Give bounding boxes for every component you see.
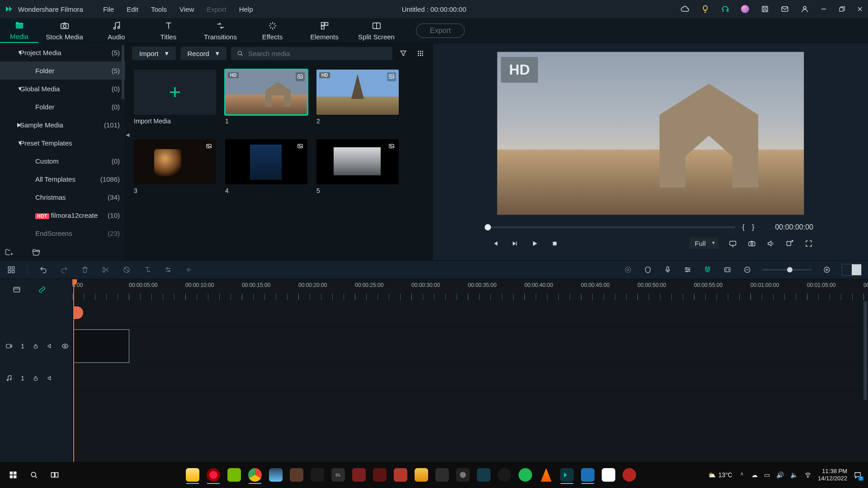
import-dropdown[interactable]: Import ▾ — [132, 47, 176, 60]
taskbar-app-nvidia[interactable] — [224, 465, 244, 485]
taskbar-app[interactable] — [349, 465, 369, 485]
mixer-icon[interactable] — [683, 265, 693, 275]
taskbar-app-steam[interactable] — [266, 465, 286, 485]
voiceover-icon[interactable] — [663, 265, 673, 275]
window-close-icon[interactable] — [856, 5, 863, 13]
audio-tool-icon[interactable] — [184, 265, 194, 275]
media-item-3[interactable]: 3 — [134, 139, 216, 194]
stop-icon[interactable] — [550, 239, 559, 248]
window-restore-icon[interactable] — [838, 5, 845, 13]
export-button[interactable]: Export — [416, 23, 465, 38]
time-ruler[interactable]: 0:0000:00:05:0000:00:10:0000:00:15:0000:… — [72, 279, 868, 300]
fullscreen-icon[interactable] — [804, 239, 813, 248]
network-icon[interactable]: 🔈 — [790, 471, 798, 479]
video-track-header[interactable]: 1 — [0, 327, 72, 365]
media-item-2[interactable]: HD 2 — [316, 70, 399, 125]
timeline-scrollbar[interactable] — [863, 301, 867, 400]
text-tool-icon[interactable] — [142, 265, 152, 275]
tree-filmora12create[interactable]: HOTfilmora12create (10) — [0, 206, 125, 224]
tray-volume-icon[interactable]: 🔊 — [776, 471, 784, 479]
new-folder-icon[interactable] — [5, 248, 14, 257]
zoom-in-icon[interactable] — [822, 265, 832, 275]
battery-icon[interactable]: ▭ — [764, 471, 770, 479]
record-dropdown[interactable]: Record ▾ — [180, 47, 226, 60]
zoom-out-icon[interactable] — [742, 265, 752, 275]
lock-icon[interactable] — [33, 375, 39, 381]
taskbar-app[interactable] — [370, 465, 390, 485]
taskbar-clock[interactable]: 11:38 PM 14/12/2022 — [818, 468, 847, 482]
taskbar-app[interactable]: DL — [328, 465, 348, 485]
preview-canvas[interactable] — [497, 52, 804, 215]
taskbar-app[interactable] — [599, 465, 618, 485]
account-icon[interactable] — [800, 5, 809, 14]
tree-global-media[interactable]: ▼ Global Media (0) — [0, 80, 125, 98]
layout-icon[interactable] — [6, 265, 16, 275]
timeline-body[interactable]: 0:0000:00:05:0000:00:10:0000:00:15:0000:… — [72, 279, 868, 462]
taskbar-app-filmora[interactable] — [557, 465, 577, 485]
fit-icon[interactable] — [722, 265, 732, 275]
menu-file[interactable]: File — [103, 5, 114, 13]
tab-audio[interactable]: Audio — [90, 18, 142, 43]
taskbar-app[interactable] — [495, 465, 514, 485]
taskbar-app-vlc[interactable] — [536, 465, 556, 485]
preview-quality-dropdown[interactable]: Full — [689, 238, 718, 249]
audio-lane[interactable] — [72, 365, 868, 391]
marker-icon[interactable] — [643, 265, 653, 275]
taskbar-app[interactable] — [287, 465, 307, 485]
taskbar-app[interactable] — [578, 465, 598, 485]
wifi-icon[interactable] — [804, 471, 811, 479]
cloud-icon[interactable] — [681, 5, 690, 14]
mark-out-icon[interactable]: } — [752, 223, 754, 231]
link-icon[interactable] — [38, 286, 46, 294]
tab-split-screen[interactable]: Split Screen — [350, 18, 402, 43]
media-item-1[interactable]: HD 1 — [225, 70, 307, 125]
taskbar-app[interactable] — [619, 465, 639, 485]
zoom-slider[interactable] — [762, 269, 812, 271]
tree-preset-templates[interactable]: ▼ Preset Templates — [0, 134, 125, 152]
timeline-clip[interactable] — [73, 329, 129, 363]
tab-effects[interactable]: Effects — [246, 18, 298, 43]
tab-stock-media[interactable]: Stock Media — [38, 18, 90, 43]
lock-icon[interactable] — [33, 343, 39, 349]
media-item-4[interactable]: 4 — [225, 139, 307, 194]
menu-view[interactable]: View — [179, 5, 194, 13]
crop-icon[interactable] — [122, 265, 132, 275]
marker[interactable] — [73, 306, 83, 319]
volume-icon[interactable] — [766, 239, 775, 248]
popout-icon[interactable] — [785, 239, 794, 248]
tab-transitions[interactable]: Transitions — [194, 18, 246, 43]
mute-icon[interactable] — [47, 375, 53, 381]
audio-track-header[interactable]: 1 — [0, 365, 72, 391]
tab-elements[interactable]: Elements — [298, 18, 350, 43]
taskbar-app[interactable] — [432, 465, 452, 485]
search-input[interactable] — [248, 50, 387, 57]
search-button[interactable] — [24, 465, 44, 485]
tab-titles[interactable]: Titles — [142, 18, 194, 43]
video-lane[interactable] — [72, 327, 868, 365]
display-icon[interactable] — [728, 239, 737, 248]
magnet-icon[interactable] — [703, 265, 712, 275]
tree-christmas[interactable]: Christmas (34) — [0, 188, 125, 206]
lightbulb-icon[interactable] — [701, 5, 710, 14]
save-icon[interactable] — [760, 5, 769, 14]
taskbar-app[interactable] — [391, 465, 410, 485]
taskbar-app-explorer[interactable] — [183, 465, 203, 485]
avatar-icon[interactable] — [741, 5, 750, 14]
taskbar-app-spotify[interactable] — [515, 465, 535, 485]
adjust-icon[interactable] — [163, 265, 173, 275]
playhead[interactable] — [73, 279, 74, 462]
visibility-icon[interactable] — [61, 343, 69, 350]
taskbar-app[interactable] — [411, 465, 431, 485]
import-media-tile[interactable]: Import Media — [134, 70, 216, 125]
tray-chevron-icon[interactable]: ＾ — [739, 471, 745, 479]
snapshot-icon[interactable] — [747, 239, 756, 248]
tree-project-folder[interactable]: Folder (5) — [0, 61, 125, 80]
timeline-view-toggle[interactable] — [842, 264, 862, 276]
menu-export[interactable]: Export — [207, 5, 226, 13]
taskbar-app[interactable] — [453, 465, 473, 485]
delete-icon[interactable] — [80, 265, 90, 275]
menu-edit[interactable]: Edit — [127, 5, 138, 13]
panel-collapse-icon[interactable]: ◀ — [125, 129, 130, 140]
play-icon[interactable] — [530, 239, 539, 248]
taskbar-app-chrome[interactable] — [245, 465, 265, 485]
